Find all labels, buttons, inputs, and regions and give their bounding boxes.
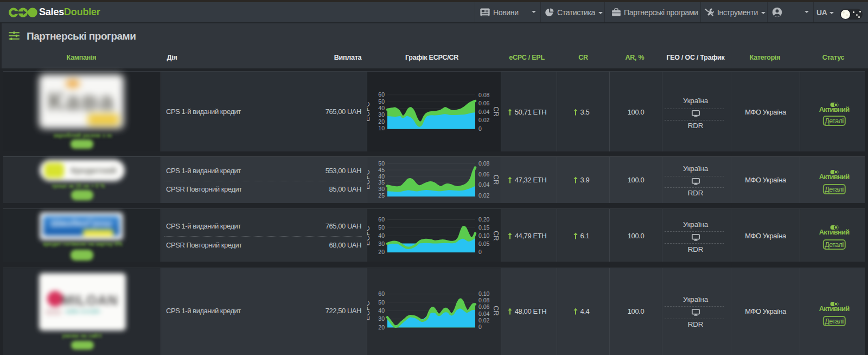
svg-text:10: 10 [378, 125, 385, 131]
svg-text:40: 40 [378, 173, 385, 180]
svg-text:30: 30 [378, 111, 385, 118]
svg-text:20: 20 [378, 118, 385, 125]
svg-text:0: 0 [478, 125, 482, 132]
svg-text:50: 50 [378, 98, 385, 105]
svg-text:0.08: 0.08 [478, 92, 490, 98]
svg-text:60: 60 [378, 216, 385, 223]
svg-text:ECPC: ECPC [367, 170, 372, 189]
svg-text:50: 50 [378, 224, 385, 231]
svg-text:CR: CR [492, 106, 500, 117]
svg-text:0.06: 0.06 [478, 100, 490, 106]
svg-text:ECPC: ECPC [367, 102, 372, 122]
svg-text:25: 25 [378, 192, 385, 199]
svg-text:0.15: 0.15 [478, 224, 490, 231]
svg-text:40: 40 [378, 307, 385, 314]
svg-text:CR: CR [492, 231, 500, 241]
svg-text:0.08: 0.08 [478, 297, 490, 303]
svg-text:CR: CR [492, 306, 500, 316]
svg-text:0.10: 0.10 [478, 232, 490, 239]
svg-text:0.04: 0.04 [478, 310, 490, 317]
svg-text:40: 40 [378, 105, 385, 111]
svg-text:ECPC: ECPC [367, 226, 372, 245]
svg-text:0.02: 0.02 [478, 117, 490, 123]
svg-text:40: 40 [378, 232, 385, 239]
svg-text:30: 30 [378, 186, 385, 192]
svg-text:50: 50 [378, 160, 385, 167]
svg-text:0: 0 [478, 324, 482, 330]
svg-text:0.20: 0.20 [478, 216, 490, 223]
svg-text:50: 50 [378, 299, 385, 306]
svg-text:0.10: 0.10 [478, 290, 490, 297]
svg-text:0.02: 0.02 [478, 317, 490, 324]
svg-text:0.06: 0.06 [478, 303, 490, 310]
svg-text:30: 30 [378, 315, 385, 322]
svg-text:0.04: 0.04 [478, 109, 490, 115]
svg-text:20: 20 [378, 324, 385, 331]
svg-text:45: 45 [378, 167, 385, 173]
svg-text:0.02: 0.02 [478, 192, 490, 199]
svg-text:60: 60 [378, 91, 385, 98]
svg-text:CR: CR [492, 175, 500, 185]
svg-text:30: 30 [378, 240, 385, 247]
svg-text:20: 20 [378, 249, 385, 255]
svg-text:0.08: 0.08 [478, 160, 490, 167]
svg-text:0.04: 0.04 [478, 181, 490, 188]
svg-text:35: 35 [378, 179, 385, 186]
svg-text:ECPC: ECPC [367, 301, 372, 320]
svg-text:0.05: 0.05 [478, 240, 490, 247]
svg-text:0.06: 0.06 [478, 171, 490, 178]
svg-text:60: 60 [378, 290, 385, 297]
svg-text:0: 0 [478, 249, 482, 255]
